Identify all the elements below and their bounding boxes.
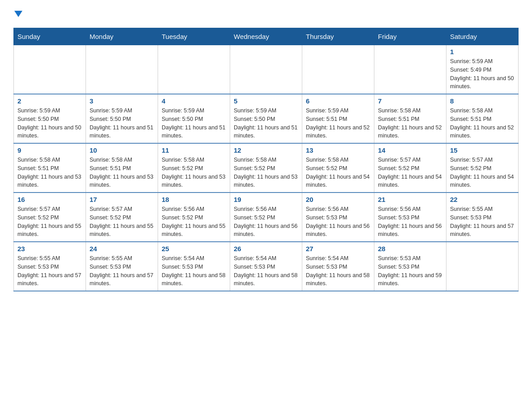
day-sun-info: Sunrise: 5:57 AMSunset: 5:52 PMDaylight:… (378, 156, 442, 189)
calendar-cell: 17Sunrise: 5:57 AMSunset: 5:52 PMDayligh… (86, 193, 158, 242)
calendar-table: SundayMondayTuesdayWednesdayThursdayFrid… (13, 28, 519, 291)
day-sun-info: Sunrise: 5:55 AMSunset: 5:53 PMDaylight:… (450, 205, 515, 239)
day-number: 2 (17, 97, 82, 105)
calendar-cell: 27Sunrise: 5:54 AMSunset: 5:53 PMDayligh… (302, 242, 374, 291)
calendar-cell: 2Sunrise: 5:59 AMSunset: 5:50 PMDaylight… (14, 94, 86, 143)
day-sun-info: Sunrise: 5:59 AMSunset: 5:50 PMDaylight:… (234, 107, 298, 140)
calendar-cell: 13Sunrise: 5:58 AMSunset: 5:52 PMDayligh… (302, 143, 374, 193)
page-header (13, 9, 519, 19)
calendar-week-row: 16Sunrise: 5:57 AMSunset: 5:52 PMDayligh… (14, 193, 519, 242)
day-number: 11 (162, 146, 226, 154)
calendar-cell: 16Sunrise: 5:57 AMSunset: 5:52 PMDayligh… (14, 193, 86, 242)
calendar-cell: 22Sunrise: 5:55 AMSunset: 5:53 PMDayligh… (446, 193, 519, 242)
day-sun-info: Sunrise: 5:56 AMSunset: 5:52 PMDaylight:… (162, 205, 226, 239)
calendar-cell: 15Sunrise: 5:57 AMSunset: 5:52 PMDayligh… (446, 143, 519, 193)
day-sun-info: Sunrise: 5:53 AMSunset: 5:53 PMDaylight:… (378, 254, 442, 288)
calendar-cell: 24Sunrise: 5:55 AMSunset: 5:53 PMDayligh… (86, 242, 158, 291)
day-number: 5 (234, 97, 298, 105)
weekday-header-thursday: Thursday (302, 28, 374, 45)
calendar-cell: 7Sunrise: 5:58 AMSunset: 5:51 PMDaylight… (374, 94, 446, 143)
calendar-cell: 6Sunrise: 5:59 AMSunset: 5:51 PMDaylight… (302, 94, 374, 143)
calendar-cell: 4Sunrise: 5:59 AMSunset: 5:50 PMDaylight… (158, 94, 230, 143)
day-sun-info: Sunrise: 5:59 AMSunset: 5:50 PMDaylight:… (17, 107, 82, 140)
calendar-cell: 11Sunrise: 5:58 AMSunset: 5:52 PMDayligh… (158, 143, 230, 193)
day-number: 14 (378, 146, 442, 154)
day-number: 3 (90, 97, 154, 105)
weekday-header-tuesday: Tuesday (158, 28, 230, 45)
weekday-header-saturday: Saturday (446, 28, 519, 45)
weekday-header-wednesday: Wednesday (230, 28, 302, 45)
day-sun-info: Sunrise: 5:54 AMSunset: 5:53 PMDaylight:… (162, 254, 226, 288)
calendar-header: SundayMondayTuesdayWednesdayThursdayFrid… (14, 28, 519, 45)
weekday-header-sunday: Sunday (14, 28, 86, 45)
day-sun-info: Sunrise: 5:54 AMSunset: 5:53 PMDaylight:… (306, 254, 370, 288)
day-sun-info: Sunrise: 5:57 AMSunset: 5:52 PMDaylight:… (450, 156, 515, 189)
day-sun-info: Sunrise: 5:58 AMSunset: 5:51 PMDaylight:… (450, 107, 515, 140)
calendar-cell (158, 45, 230, 94)
calendar-week-row: 9Sunrise: 5:58 AMSunset: 5:51 PMDaylight… (14, 143, 519, 193)
calendar-week-row: 1Sunrise: 5:59 AMSunset: 5:49 PMDaylight… (14, 45, 519, 94)
calendar-cell (14, 45, 86, 94)
calendar-cell: 18Sunrise: 5:56 AMSunset: 5:52 PMDayligh… (158, 193, 230, 242)
weekday-header-row: SundayMondayTuesdayWednesdayThursdayFrid… (14, 28, 519, 45)
day-number: 1 (450, 48, 515, 56)
day-number: 28 (378, 245, 442, 253)
day-number: 20 (306, 196, 370, 203)
day-number: 10 (90, 146, 154, 154)
day-number: 17 (90, 196, 154, 203)
weekday-header-friday: Friday (374, 28, 446, 45)
day-sun-info: Sunrise: 5:57 AMSunset: 5:52 PMDaylight:… (90, 205, 154, 239)
day-sun-info: Sunrise: 5:59 AMSunset: 5:51 PMDaylight:… (306, 107, 370, 140)
calendar-cell: 21Sunrise: 5:56 AMSunset: 5:53 PMDayligh… (374, 193, 446, 242)
calendar-cell: 9Sunrise: 5:58 AMSunset: 5:51 PMDaylight… (14, 143, 86, 193)
logo (13, 9, 22, 19)
day-sun-info: Sunrise: 5:58 AMSunset: 5:52 PMDaylight:… (306, 156, 370, 189)
day-number: 19 (234, 196, 298, 203)
calendar-cell (86, 45, 158, 94)
day-number: 12 (234, 146, 298, 154)
day-number: 22 (450, 196, 515, 203)
day-sun-info: Sunrise: 5:57 AMSunset: 5:52 PMDaylight:… (17, 205, 82, 239)
calendar-cell: 3Sunrise: 5:59 AMSunset: 5:50 PMDaylight… (86, 94, 158, 143)
day-sun-info: Sunrise: 5:59 AMSunset: 5:49 PMDaylight:… (450, 57, 515, 91)
day-sun-info: Sunrise: 5:56 AMSunset: 5:52 PMDaylight:… (234, 205, 298, 239)
calendar-cell: 25Sunrise: 5:54 AMSunset: 5:53 PMDayligh… (158, 242, 230, 291)
calendar-cell (446, 242, 519, 291)
svg-marker-0 (14, 11, 22, 17)
day-number: 24 (90, 245, 154, 253)
calendar-week-row: 2Sunrise: 5:59 AMSunset: 5:50 PMDaylight… (14, 94, 519, 143)
day-number: 23 (17, 245, 82, 253)
calendar-cell (302, 45, 374, 94)
day-sun-info: Sunrise: 5:58 AMSunset: 5:51 PMDaylight:… (17, 156, 82, 189)
weekday-header-monday: Monday (86, 28, 158, 45)
day-number: 18 (162, 196, 226, 203)
day-number: 16 (17, 196, 82, 203)
calendar-cell: 14Sunrise: 5:57 AMSunset: 5:52 PMDayligh… (374, 143, 446, 193)
day-number: 27 (306, 245, 370, 253)
day-sun-info: Sunrise: 5:55 AMSunset: 5:53 PMDaylight:… (17, 254, 82, 288)
calendar-body: 1Sunrise: 5:59 AMSunset: 5:49 PMDaylight… (14, 45, 519, 291)
calendar-cell: 8Sunrise: 5:58 AMSunset: 5:51 PMDaylight… (446, 94, 519, 143)
calendar-cell: 26Sunrise: 5:54 AMSunset: 5:53 PMDayligh… (230, 242, 302, 291)
day-sun-info: Sunrise: 5:56 AMSunset: 5:53 PMDaylight:… (306, 205, 370, 239)
day-number: 25 (162, 245, 226, 253)
day-number: 6 (306, 97, 370, 105)
day-sun-info: Sunrise: 5:58 AMSunset: 5:51 PMDaylight:… (90, 156, 154, 189)
day-number: 15 (450, 146, 515, 154)
day-sun-info: Sunrise: 5:55 AMSunset: 5:53 PMDaylight:… (90, 254, 154, 288)
day-sun-info: Sunrise: 5:59 AMSunset: 5:50 PMDaylight:… (162, 107, 226, 140)
day-sun-info: Sunrise: 5:59 AMSunset: 5:50 PMDaylight:… (90, 107, 154, 140)
day-number: 4 (162, 97, 226, 105)
day-sun-info: Sunrise: 5:54 AMSunset: 5:53 PMDaylight:… (234, 254, 298, 288)
day-sun-info: Sunrise: 5:58 AMSunset: 5:51 PMDaylight:… (378, 107, 442, 140)
calendar-cell: 12Sunrise: 5:58 AMSunset: 5:52 PMDayligh… (230, 143, 302, 193)
logo-triangle-icon (14, 11, 22, 19)
day-number: 26 (234, 245, 298, 253)
calendar-cell: 19Sunrise: 5:56 AMSunset: 5:52 PMDayligh… (230, 193, 302, 242)
calendar-cell (374, 45, 446, 94)
calendar-cell: 1Sunrise: 5:59 AMSunset: 5:49 PMDaylight… (446, 45, 519, 94)
day-number: 9 (17, 146, 82, 154)
day-number: 13 (306, 146, 370, 154)
day-sun-info: Sunrise: 5:58 AMSunset: 5:52 PMDaylight:… (162, 156, 226, 189)
day-number: 8 (450, 97, 515, 105)
